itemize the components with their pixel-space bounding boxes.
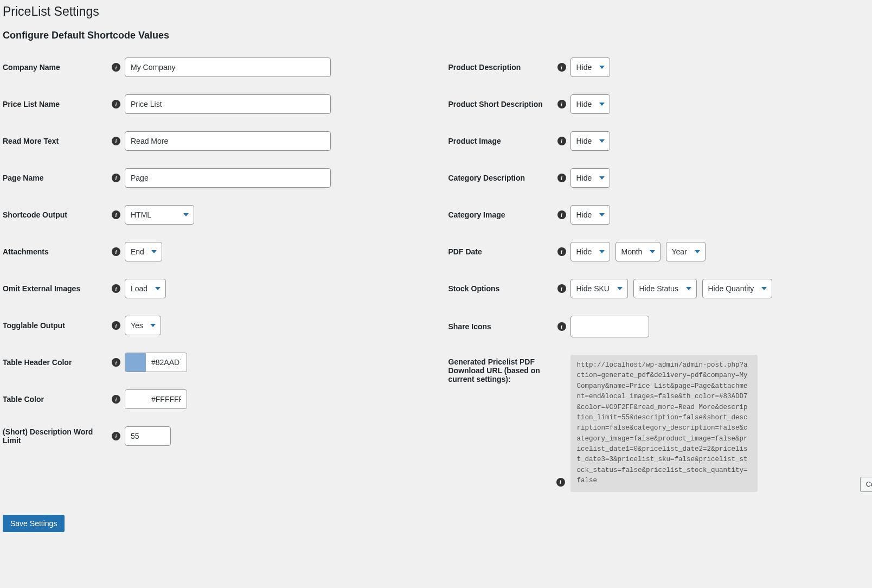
info-icon[interactable]: i [557,247,566,256]
shortcode-output-label: Shortcode Output [3,210,67,219]
save-settings-button[interactable]: Save Settings [3,515,65,532]
table-color-input[interactable] [146,390,187,408]
info-icon[interactable]: i [556,478,565,487]
info-icon[interactable]: i [112,210,120,219]
page-title: PriceList Settings [3,0,861,19]
togglable-output-label: Togglable Output [3,321,65,330]
category-image-label: Category Image [448,210,505,219]
info-icon[interactable]: i [557,63,566,72]
category-description-label: Category Description [448,174,525,182]
price-list-name-label: Price List Name [3,100,60,108]
table-color-swatch[interactable] [125,390,146,408]
table-header-color-label: Table Header Color [3,358,72,367]
omit-external-images-select[interactable]: Load [125,279,166,298]
read-more-text-input[interactable] [125,131,331,151]
info-icon[interactable]: i [112,321,120,330]
share-icons-box[interactable] [570,316,649,337]
right-column: Product Description i Hide Product Short… [448,57,862,509]
togglable-output-select[interactable]: Yes [125,316,161,335]
pdf-date-month-select[interactable]: Month [615,242,661,261]
info-icon[interactable]: i [112,284,120,293]
product-description-label: Product Description [448,63,521,72]
info-icon[interactable]: i [112,63,120,72]
share-icons-label: Share Icons [448,322,491,331]
pdf-date-label: PDF Date [448,247,482,256]
info-icon[interactable]: i [112,432,120,440]
read-more-text-label: Read More Text [3,137,59,145]
info-icon[interactable]: i [112,358,120,367]
table-header-color-input[interactable] [146,353,187,372]
pdf-date-hide-select[interactable]: Hide [570,242,610,261]
info-icon[interactable]: i [557,322,566,331]
stock-status-select[interactable]: Hide Status [633,279,697,298]
info-icon[interactable]: i [557,174,566,182]
price-list-name-input[interactable] [125,94,331,114]
table-color-label: Table Color [3,395,44,404]
attachments-select[interactable]: End [125,242,162,261]
attachments-label: Attachments [3,247,49,256]
generated-url-label: Generated Pricelist PDF Download URL (ba… [448,357,566,384]
info-icon[interactable]: i [557,137,566,145]
info-icon[interactable]: i [112,174,120,182]
table-header-color-swatch[interactable] [125,353,146,372]
company-name-input[interactable] [125,57,331,77]
stock-options-label: Stock Options [448,284,500,293]
info-icon[interactable]: i [112,247,120,256]
product-short-description-select[interactable]: Hide [570,94,610,114]
info-icon[interactable]: i [112,395,120,404]
info-icon[interactable]: i [112,100,120,108]
category-description-select[interactable]: Hide [570,168,610,188]
info-icon[interactable]: i [557,100,566,108]
product-description-select[interactable]: Hide [570,57,610,77]
company-name-label: Company Name [3,63,60,72]
left-column: Company Name i Price List Name i Read Mo… [3,57,416,509]
category-image-select[interactable]: Hide [570,205,610,225]
info-icon[interactable]: i [112,137,120,145]
stock-sku-select[interactable]: Hide SKU [570,279,628,298]
desc-word-limit-label: (Short) Description Word Limit [3,427,112,445]
stock-quantity-select[interactable]: Hide Quantity [702,279,772,298]
page-name-input[interactable] [125,168,331,188]
generated-url-box: http://localhost/wp-admin/admin-post.php… [570,355,758,492]
shortcode-output-select[interactable]: HTML [125,205,194,225]
info-icon[interactable]: i [557,284,566,293]
desc-word-limit-input[interactable] [125,426,171,446]
subtitle: Configure Default Shortcode Values [3,30,861,41]
info-icon[interactable]: i [557,210,566,219]
copy-button[interactable]: Copy [860,477,872,492]
product-image-select[interactable]: Hide [570,131,610,151]
product-image-label: Product Image [448,137,501,145]
omit-external-images-label: Omit External Images [3,284,80,293]
product-short-description-label: Product Short Description [448,100,543,108]
page-name-label: Page Name [3,174,43,182]
pdf-date-year-select[interactable]: Year [666,242,706,261]
